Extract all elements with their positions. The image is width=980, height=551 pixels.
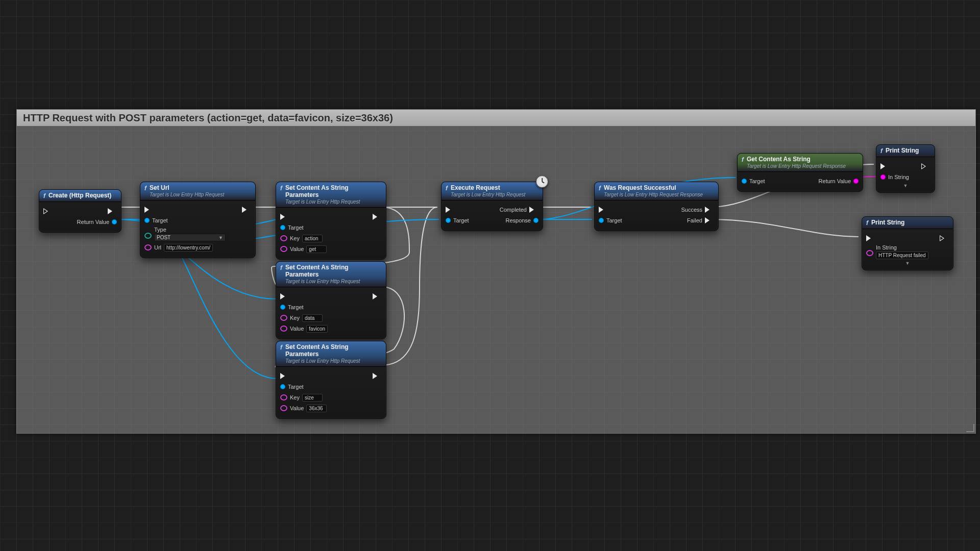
node-create-http-request[interactable]: f Create (Http Request) Return Value bbox=[39, 189, 121, 233]
value-input[interactable]: 36x36 bbox=[306, 405, 327, 412]
key-input[interactable]: size bbox=[302, 394, 323, 402]
pin-label: Target bbox=[288, 304, 304, 310]
pin-label: Failed bbox=[687, 217, 702, 223]
node-subtitle: Target is Low Entry Http Request bbox=[451, 192, 525, 197]
target-in-pin[interactable] bbox=[144, 218, 150, 223]
function-icon: f bbox=[866, 220, 868, 226]
return-out-pin[interactable] bbox=[853, 179, 859, 184]
value-in-pin[interactable] bbox=[280, 325, 287, 332]
in-string-input[interactable]: HTTP Request failed bbox=[876, 252, 928, 259]
exec-in-pin[interactable] bbox=[280, 293, 289, 299]
node-title: Set Content As String Parameters bbox=[285, 184, 382, 198]
pin-label: Type bbox=[154, 227, 226, 233]
node-title: Print String bbox=[871, 219, 904, 226]
function-icon: f bbox=[880, 148, 883, 154]
node-execute-request[interactable]: f Execute Request Target is Low Entry Ht… bbox=[441, 182, 543, 231]
exec-out-pin[interactable] bbox=[940, 235, 949, 241]
exec-in-pin[interactable] bbox=[866, 235, 875, 241]
key-in-pin[interactable] bbox=[280, 394, 287, 400]
function-icon: f bbox=[742, 157, 744, 163]
node-header[interactable]: f Set Content As String Parameters Targe… bbox=[276, 182, 386, 208]
value-in-pin[interactable] bbox=[280, 246, 287, 252]
node-print-string-2[interactable]: f Print String In String HTTP Request fa… bbox=[862, 216, 953, 270]
in-string-pin[interactable] bbox=[880, 174, 886, 180]
target-in-pin[interactable] bbox=[280, 305, 285, 310]
pin-label: Value bbox=[290, 246, 304, 252]
comment-title[interactable]: HTTP Request with POST parameters (actio… bbox=[17, 110, 975, 126]
value-input[interactable]: favicon bbox=[306, 325, 328, 333]
node-header[interactable]: f Get Content As String Target is Low En… bbox=[738, 154, 863, 172]
pin-label: In String bbox=[876, 244, 928, 251]
exec-in-pin[interactable] bbox=[280, 373, 289, 379]
function-icon: f bbox=[144, 185, 146, 191]
exec-in-pin[interactable] bbox=[599, 207, 608, 213]
node-header[interactable]: f Set Content As String Parameters Targe… bbox=[276, 262, 386, 287]
node-set-content-2[interactable]: f Set Content As String Parameters Targe… bbox=[276, 261, 386, 339]
exec-out-pin[interactable] bbox=[373, 293, 382, 299]
success-out-pin[interactable] bbox=[705, 207, 714, 213]
function-icon: f bbox=[280, 344, 282, 350]
pin-label: Target bbox=[606, 217, 622, 223]
exec-in-pin[interactable] bbox=[880, 163, 890, 169]
exec-out-pin[interactable] bbox=[529, 207, 538, 213]
node-subtitle: Target is Low Entry Http Request bbox=[285, 279, 382, 284]
node-set-content-1[interactable]: f Set Content As String Parameters Targe… bbox=[276, 182, 386, 260]
url-input[interactable]: http://lowentry.com/ bbox=[164, 244, 213, 252]
expand-icon[interactable]: ▼ bbox=[880, 183, 930, 188]
node-set-url[interactable]: f Set Url Target is Low Entry Http Reque… bbox=[140, 182, 256, 258]
node-set-content-3[interactable]: f Set Content As String Parameters Targe… bbox=[276, 341, 386, 419]
response-out-pin[interactable] bbox=[533, 218, 538, 223]
exec-out-pin[interactable] bbox=[108, 208, 117, 214]
exec-out-pin[interactable] bbox=[373, 373, 382, 379]
in-string-pin[interactable] bbox=[866, 250, 873, 256]
node-get-content-as-string[interactable]: f Get Content As String Target is Low En… bbox=[737, 153, 863, 192]
exec-in-pin[interactable] bbox=[43, 208, 53, 214]
node-header[interactable]: f Print String bbox=[862, 217, 953, 229]
pin-label: Value bbox=[290, 405, 304, 411]
failed-out-pin[interactable] bbox=[705, 217, 714, 223]
exec-in-pin[interactable] bbox=[280, 214, 289, 220]
target-in-pin[interactable] bbox=[280, 384, 285, 389]
node-subtitle: Target is Low Entry Http Request Respons… bbox=[747, 163, 846, 169]
pin-label: Target bbox=[288, 384, 304, 390]
target-in-pin[interactable] bbox=[742, 179, 747, 184]
target-in-pin[interactable] bbox=[446, 218, 451, 223]
node-header[interactable]: f Was Request Successful Target is Low E… bbox=[595, 182, 718, 201]
type-in-pin[interactable] bbox=[144, 233, 152, 239]
type-dropdown[interactable]: POST ▼ bbox=[154, 234, 226, 241]
target-in-pin[interactable] bbox=[599, 218, 604, 223]
key-in-pin[interactable] bbox=[280, 235, 287, 241]
chevron-down-icon: ▼ bbox=[218, 235, 223, 240]
resize-handle-icon[interactable] bbox=[966, 424, 974, 432]
exec-out-pin[interactable] bbox=[373, 214, 382, 220]
node-header[interactable]: f Print String bbox=[876, 145, 935, 157]
pin-label: Return Value bbox=[77, 219, 109, 225]
url-in-pin[interactable] bbox=[144, 244, 152, 251]
node-header[interactable]: f Execute Request Target is Low Entry Ht… bbox=[442, 182, 543, 201]
key-in-pin[interactable] bbox=[280, 315, 287, 321]
key-input[interactable]: action bbox=[302, 235, 323, 242]
node-header[interactable]: f Create (Http Request) bbox=[39, 190, 121, 202]
node-subtitle: Target is Low Entry Http Request bbox=[285, 358, 382, 364]
node-header[interactable]: f Set Content As String Parameters Targe… bbox=[276, 341, 386, 367]
node-title: Was Request Successful bbox=[604, 184, 703, 191]
node-title: Set Content As String Parameters bbox=[285, 264, 382, 278]
node-header[interactable]: f Set Url Target is Low Entry Http Reque… bbox=[140, 182, 255, 201]
key-input[interactable]: data bbox=[302, 314, 323, 322]
node-title: Set Url bbox=[150, 184, 224, 191]
exec-out-pin[interactable] bbox=[921, 163, 930, 169]
data-out-pin[interactable] bbox=[112, 219, 117, 224]
function-icon: f bbox=[43, 193, 45, 199]
node-print-string-1[interactable]: f Print String In String ▼ bbox=[876, 144, 935, 193]
node-subtitle: Target is Low Entry Http Request bbox=[150, 192, 224, 197]
expand-icon[interactable]: ▼ bbox=[866, 261, 949, 266]
pin-label: Target bbox=[749, 178, 765, 184]
target-in-pin[interactable] bbox=[280, 225, 285, 230]
exec-in-pin[interactable] bbox=[446, 207, 455, 213]
value-input[interactable]: get bbox=[306, 245, 327, 253]
pin-label: Key bbox=[290, 394, 300, 400]
exec-in-pin[interactable] bbox=[144, 207, 154, 213]
exec-out-pin[interactable] bbox=[242, 207, 251, 213]
node-was-request-successful[interactable]: f Was Request Successful Target is Low E… bbox=[594, 182, 719, 231]
value-in-pin[interactable] bbox=[280, 405, 287, 411]
